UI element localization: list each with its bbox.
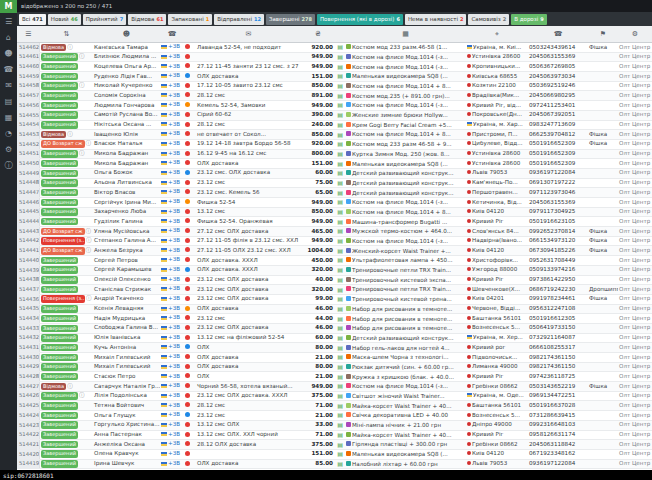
column-price-icon[interactable]: ₴ — [301, 31, 335, 38]
call-button[interactable]: +ЗВ — [161, 209, 180, 215]
table-row[interactable]: 514446ЗавершенийСергійчук Ірина Ми...+ЗВ… — [17, 198, 652, 208]
table-row[interactable]: 514454ЗавершенийНікітська Оксана ...+ЗВ2… — [17, 121, 652, 131]
tab-out-of-stock[interactable]: Нема в наявності2 — [405, 14, 467, 25]
call-button[interactable]: +ЗВ — [161, 83, 180, 89]
calls-icon[interactable]: ☎ — [4, 66, 14, 74]
table-row[interactable]: 514457ЗавершенийСоломія Сорокіна+ЗВ28.12… — [17, 91, 652, 101]
table-row[interactable]: 514443ДО Возврат сжⓘУляна Мусійовська+ЗВ… — [17, 227, 652, 237]
status-badge[interactable]: Завершений — [41, 160, 78, 168]
call-button[interactable]: +ЗВ — [161, 374, 180, 380]
call-button[interactable]: +ЗВ — [161, 73, 180, 79]
call-button[interactable]: +ЗВ — [161, 64, 180, 70]
call-button[interactable]: +ЗВ — [161, 93, 180, 99]
status-badge[interactable]: Повернення (з.. — [41, 237, 85, 245]
status-badge[interactable]: Завершений — [41, 170, 78, 178]
status-badge[interactable]: Завершений — [41, 53, 78, 61]
status-badge[interactable]: Завершений — [41, 460, 78, 468]
table-row[interactable]: 514431ЗавершенийКучь Антоніна+ЗВОЛХ80.00… — [17, 343, 652, 353]
call-button[interactable]: +ЗВ — [161, 393, 180, 399]
status-badge[interactable]: Завершений — [41, 344, 78, 352]
app-logo[interactable]: M — [0, 0, 17, 13]
tab-all[interactable]: Всі471 — [19, 14, 46, 25]
status-badge[interactable]: Завершений — [41, 354, 78, 362]
column-product-icon[interactable]: ▦ — [345, 31, 466, 38]
status-badge[interactable]: Завершений — [41, 315, 78, 323]
home-icon[interactable]: ⌂ — [6, 34, 11, 42]
column-phone-icon[interactable]: ☎ — [528, 31, 588, 38]
contacts-icon[interactable]: ☻ — [4, 50, 12, 58]
table-row[interactable]: 514439ЗавершенийСергей Карамышев+ЗВОЛХ д… — [17, 266, 652, 276]
status-badge[interactable]: Відмова — [41, 383, 66, 391]
status-badge[interactable]: Відмова — [41, 44, 66, 52]
orders-table[interactable]: 514462ВідмоваⓘКанєвська Тамара+ЗВЛаванда… — [17, 43, 652, 470]
table-row[interactable]: 514444ЗавершенийГудзілик Галина+ЗВФишка … — [17, 217, 652, 227]
table-row[interactable]: 514419ЗавершенийІрина Шевчук+ЗВОЛХ доста… — [17, 460, 652, 470]
call-button[interactable]: +ЗВ — [161, 238, 180, 244]
call-button[interactable]: +ЗВ — [161, 141, 180, 147]
table-row[interactable]: 514449ЗавершенийОльга Божок+ЗВ23.12 смс.… — [17, 169, 652, 179]
status-badge[interactable]: Завершений — [41, 421, 78, 429]
call-button[interactable]: +ЗВ — [161, 160, 180, 166]
table-row[interactable]: 514448ЗавершенийАльона Литвинська+ЗВ23.1… — [17, 179, 652, 189]
call-button[interactable]: +ЗВ — [161, 364, 180, 370]
status-badge[interactable]: Завершений — [41, 431, 78, 439]
table-row[interactable]: 514460ЗавершенийКоцелева Ольга Ар...+ЗВ2… — [17, 62, 652, 72]
call-button[interactable]: +ЗВ — [161, 170, 180, 176]
call-button[interactable]: +ЗВ — [161, 219, 180, 225]
table-row[interactable]: 514440ЗавершенийСергей Петров+ЗВОЛХ дост… — [17, 256, 652, 266]
status-badge[interactable]: Завершений — [41, 102, 78, 110]
call-button[interactable]: +ЗВ — [161, 44, 180, 50]
call-button[interactable]: +ЗВ — [161, 277, 180, 283]
table-row[interactable]: 514421ЗавершенийАнжеліка Оксана+ЗВ28.12 … — [17, 440, 652, 450]
table-row[interactable]: 514462ВідмоваⓘКанєвська Тамара+ЗВЛаванда… — [17, 43, 652, 53]
messages-icon[interactable]: ✉ — [5, 82, 12, 90]
tab-shipped[interactable]: Відправлені12 — [214, 14, 264, 25]
status-badge[interactable]: Завершений — [41, 325, 78, 333]
status-badge[interactable]: ДО Возврат сж — [41, 140, 85, 148]
tab-return-transit[interactable]: Повернення (які в дорозі)6 — [317, 14, 403, 25]
call-button[interactable]: +ЗВ — [161, 286, 180, 292]
table-row[interactable]: 514461ЗавершенийⓘБлизнюк Людмила ...+ЗВ9… — [17, 53, 652, 63]
call-button[interactable]: +ЗВ — [161, 422, 180, 428]
status-badge[interactable]: ДО Возврат сж — [41, 247, 85, 255]
call-button[interactable]: +ЗВ — [161, 248, 180, 254]
table-row[interactable]: 514450ЗавершенийМикола Бадражан+ЗВОЛХ до… — [17, 159, 652, 169]
call-button[interactable]: +ЗВ — [161, 54, 180, 60]
tab-in-transit[interactable]: В дорозі9 — [511, 14, 546, 25]
column-channel-icon[interactable]: ⚑ — [588, 31, 618, 38]
status-badge[interactable]: ДО Возврат сж — [41, 228, 85, 236]
table-row[interactable]: 514435ЗавершенийКсенія Левадняя+ЗВОЛХ до… — [17, 305, 652, 315]
call-button[interactable]: +ЗВ — [161, 122, 180, 128]
column-address-icon[interactable]: ⌖ — [466, 31, 528, 38]
orders-icon[interactable]: ▤ — [5, 98, 13, 106]
table-row[interactable]: 514429ЗавершенийМихаіл Гилевський+ЗВОЛХ … — [17, 363, 652, 373]
table-row[interactable]: 514456ЗавершенийЛюдмила Гончарова+ЗВКеме… — [17, 101, 652, 111]
table-row[interactable]: 514451ЗавершенийⓘМикола Бадражан+ЗВ16.12… — [17, 150, 652, 160]
status-badge[interactable]: Завершений — [41, 189, 78, 197]
call-button[interactable]: +ЗВ — [161, 199, 180, 205]
status-badge[interactable]: Завершений — [41, 305, 78, 313]
column-settings-icon[interactable]: ⚙ — [618, 31, 652, 38]
call-button[interactable]: +ЗВ — [161, 344, 180, 350]
table-row[interactable]: 514442Повернення (з..ⓘСтепанко Галина А.… — [17, 237, 652, 247]
call-button[interactable]: +ЗВ — [161, 267, 180, 273]
status-badge[interactable]: Завершений — [41, 257, 78, 265]
call-button[interactable]: +ЗВ — [161, 257, 180, 263]
info-icon[interactable]: ⓘ — [5, 162, 13, 170]
table-row[interactable]: 514453ВідмоваⓘІващенко Юлія+ЗВне отвечае… — [17, 130, 652, 140]
table-row[interactable]: 514437ЗавершенийСтаніслав Стрижак+ЗВ23.1… — [17, 285, 652, 295]
status-badge[interactable]: Завершений — [41, 402, 78, 410]
status-badge[interactable]: Завершений — [41, 63, 78, 71]
call-button[interactable]: +ЗВ — [161, 102, 180, 108]
products-icon[interactable]: ▦ — [5, 114, 13, 122]
table-row[interactable]: 514432ЗавершенийЮлія Іванівська+ЗВ13.12 … — [17, 334, 652, 344]
call-button[interactable]: +ЗВ — [161, 354, 180, 360]
status-badge[interactable]: Завершений — [41, 334, 78, 342]
call-button[interactable]: +ЗВ — [161, 296, 180, 302]
column-id-icon[interactable]: ☰ — [17, 31, 40, 38]
status-badge[interactable]: Завершений — [41, 111, 78, 119]
call-button[interactable]: +ЗВ — [161, 461, 180, 467]
call-button[interactable]: +ЗВ — [161, 112, 180, 118]
stats-icon[interactable]: ◔ — [5, 130, 12, 138]
table-row[interactable]: 514420ЗавершенийОлена Кравчук+ЗВ151.00▤М… — [17, 450, 652, 460]
